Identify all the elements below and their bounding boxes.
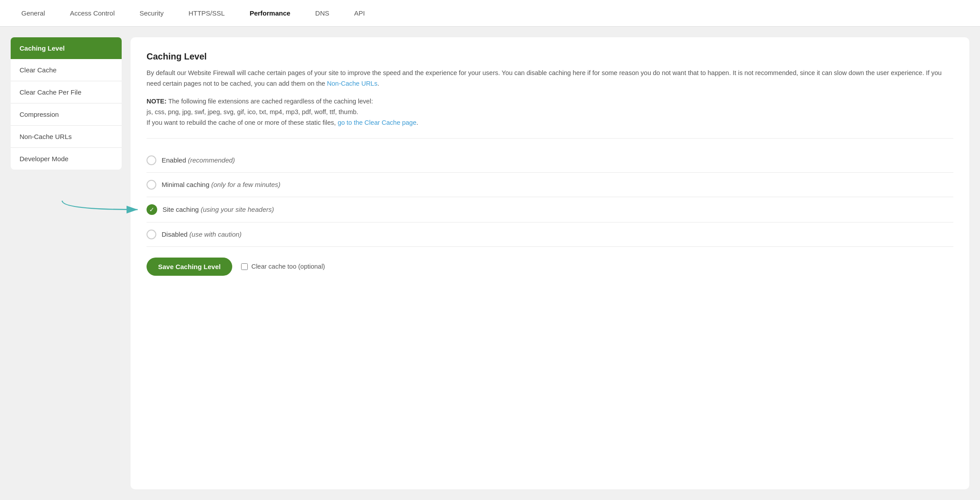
sidebar-item-caching-level[interactable]: Caching Level — [11, 37, 122, 59]
clear-cache-checkbox[interactable] — [241, 263, 248, 270]
divider-1 — [147, 138, 953, 139]
radio-enabled-label: Enabled (recommended) — [162, 156, 235, 164]
save-caching-level-button[interactable]: Save Caching Level — [147, 258, 232, 276]
radio-minimal-circle — [147, 180, 156, 190]
section-description: By default our Website Firewall will cac… — [147, 68, 953, 89]
radio-option-minimal[interactable]: Minimal caching (only for a few minutes) — [147, 173, 953, 197]
note-block: NOTE: The following file extensions are … — [147, 96, 953, 128]
nav-item-dns[interactable]: DNS — [303, 0, 342, 27]
nav-item-https-ssl[interactable]: HTTPS/SSL — [176, 0, 237, 27]
radio-option-disabled[interactable]: Disabled (use with caution) — [147, 222, 953, 247]
nav-item-security[interactable]: Security — [127, 0, 176, 27]
nav-item-general[interactable]: General — [9, 0, 57, 27]
clear-cache-checkbox-label[interactable]: Clear cache too (optional) — [241, 263, 325, 270]
nav-item-access-control[interactable]: Access Control — [57, 0, 127, 27]
non-cache-urls-link[interactable]: Non-Cache URLs — [327, 80, 377, 87]
radio-option-enabled[interactable]: Enabled (recommended) — [147, 148, 953, 173]
save-area: Save Caching Level Clear cache too (opti… — [147, 258, 953, 276]
radio-enabled-circle — [147, 155, 156, 165]
nav-item-api[interactable]: API — [342, 0, 377, 27]
sidebar-item-clear-cache-per-file[interactable]: Clear Cache Per File — [11, 81, 122, 103]
sidebar-item-compression[interactable]: Compression — [11, 103, 122, 126]
arrow-annotation — [58, 196, 142, 223]
radio-option-site-caching[interactable]: ✓ Site caching (using your site headers) — [147, 197, 953, 222]
content-panel: Caching Level By default our Website Fir… — [131, 37, 969, 489]
sidebar: Caching Level Clear Cache Clear Cache Pe… — [11, 37, 122, 489]
page-title: Caching Level — [147, 52, 953, 62]
radio-site-caching-checkmark: ✓ — [147, 204, 157, 215]
note-label: NOTE: — [147, 98, 167, 105]
sidebar-item-clear-cache[interactable]: Clear Cache — [11, 59, 122, 81]
radio-disabled-label: Disabled (use with caution) — [162, 230, 242, 238]
sidebar-item-non-cache-urls[interactable]: Non-Cache URLs — [11, 126, 122, 148]
nav-item-performance[interactable]: Performance — [237, 0, 303, 27]
main-layout: Caching Level Clear Cache Clear Cache Pe… — [0, 27, 980, 500]
radio-minimal-label: Minimal caching (only for a few minutes) — [162, 181, 281, 188]
clear-cache-page-link[interactable]: go to the Clear Cache page — [337, 119, 416, 126]
top-navigation: General Access Control Security HTTPS/SS… — [0, 0, 980, 27]
sidebar-item-developer-mode[interactable]: Developer Mode — [11, 148, 122, 170]
note-extensions: js, css, png, jpg, swf, jpeg, svg, gif, … — [147, 108, 358, 115]
note-rebuild-text: If you want to rebuild the cache of one … — [147, 119, 336, 126]
radio-site-caching-label: Site caching (using your site headers) — [163, 206, 274, 213]
radio-disabled-circle — [147, 230, 156, 239]
clear-cache-checkbox-text: Clear cache too (optional) — [251, 263, 325, 270]
